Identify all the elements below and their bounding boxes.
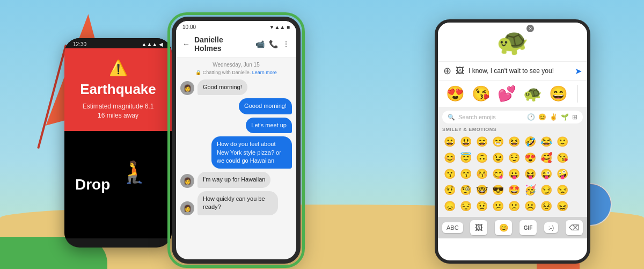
reaction-emoji-3[interactable]: 💕 bbox=[497, 85, 516, 103]
emoji-grid: 😀 😃 😄 😁 😆 🤣 😂 🙂 😊 😇 🙃 😉 😌 😍 🥰 😘 😗 😙 😚 😋 … bbox=[442, 134, 583, 214]
back-button[interactable]: ← bbox=[182, 40, 190, 48]
emoji-cell[interactable]: 😝 bbox=[523, 166, 538, 181]
earthquake-title: Earthquake bbox=[73, 81, 163, 98]
emoji-category-label: SMILEY & EMOTIONS bbox=[442, 127, 583, 132]
emoji-cell[interactable]: 🤓 bbox=[474, 183, 489, 198]
add-attachment-icon[interactable]: ⊕ bbox=[443, 65, 451, 77]
emoji-cell[interactable]: 🙁 bbox=[507, 199, 522, 214]
emoji-cell[interactable]: 😔 bbox=[458, 199, 473, 214]
emoji-cell[interactable]: 🧐 bbox=[458, 183, 473, 198]
emoji-cell[interactable]: 😖 bbox=[555, 199, 570, 214]
search-icon: 🔍 bbox=[448, 114, 455, 121]
emoji-cell[interactable]: 😌 bbox=[507, 150, 522, 165]
emoji-cell[interactable]: 😇 bbox=[458, 150, 473, 165]
emoji-cell[interactable]: 😂 bbox=[539, 134, 554, 149]
phone-earthquake: 12:30 ▲▲▲ ◀ ⚠️ Earthquake Estimated magn… bbox=[64, 38, 172, 248]
close-sticker-button[interactable]: ✕ bbox=[526, 25, 534, 32]
header-action-icons: 📹 📞 ⋮ bbox=[255, 40, 290, 48]
emoji-cell[interactable]: 😗 bbox=[442, 166, 457, 181]
emoji-cell[interactable]: 😏 bbox=[539, 183, 554, 198]
emoji-search-bar[interactable]: 🔍 Search emojis 🕐 😊 ✌ 🌱 ⊞ bbox=[442, 111, 583, 123]
message-row: Goood morning! bbox=[180, 98, 292, 114]
emoji-cell[interactable]: 🤣 bbox=[523, 134, 538, 149]
emoji-cell[interactable]: 😋 bbox=[491, 166, 506, 181]
earthquake-alert-section: ⚠️ Earthquake Estimated magnitude 6.1 16… bbox=[64, 48, 172, 131]
video-call-icon[interactable]: 📹 bbox=[255, 40, 265, 48]
message-date: Wednesday, Jun 15 bbox=[176, 57, 296, 70]
send-button[interactable]: ➤ bbox=[575, 66, 582, 76]
emoji-cell[interactable]: 😉 bbox=[491, 150, 506, 165]
emoji-cell[interactable]: 😁 bbox=[491, 134, 506, 149]
emoticon-button[interactable]: :-) bbox=[544, 222, 558, 233]
emoji-cell[interactable]: 😙 bbox=[458, 166, 473, 181]
emoji-keyboard-button[interactable]: 😊 bbox=[495, 220, 512, 235]
abc-button[interactable]: ABC bbox=[442, 222, 463, 233]
emoji-cell[interactable]: 😆 bbox=[507, 134, 522, 149]
message-input[interactable]: I know, I can't wait to see you! bbox=[469, 65, 570, 77]
sticker-area: 🐢 ✕ bbox=[438, 23, 587, 62]
emoji-cell[interactable]: 😀 bbox=[442, 134, 457, 149]
emoji-cell[interactable]: 😒 bbox=[555, 183, 570, 198]
emoji-cell[interactable]: 🥰 bbox=[539, 150, 554, 165]
messages-header: ← Danielle Holmes 📹 📞 ⋮ bbox=[176, 31, 296, 57]
emoji-cell[interactable]: 😚 bbox=[474, 166, 489, 181]
message-row: 👩 Good morning! bbox=[180, 79, 292, 95]
message-bubble: Let's meet up bbox=[246, 118, 292, 133]
emoji-cell[interactable]: ☹️ bbox=[523, 199, 538, 214]
emoji-cell[interactable]: 😞 bbox=[442, 199, 457, 214]
emoji-cell[interactable]: 😕 bbox=[491, 199, 506, 214]
phone-emoji-keyboard: 🐢 ✕ ⊕ 🖼 I know, I can't wait to see you!… bbox=[435, 19, 590, 264]
person-icon[interactable]: ✌ bbox=[550, 113, 558, 121]
message-bubble: How quickly can you be ready? bbox=[197, 191, 278, 215]
emoji-cell[interactable]: 😊 bbox=[442, 150, 457, 165]
grid-icon[interactable]: ⊞ bbox=[572, 113, 577, 121]
emoji-cell[interactable]: 😘 bbox=[555, 150, 570, 165]
alert-icon: ⚠️ bbox=[73, 59, 163, 77]
message-row: How do you feel about New York style piz… bbox=[180, 136, 292, 169]
emoji-cell[interactable]: 🤪 bbox=[555, 166, 570, 181]
emoji-filter-icons: 🕐 😊 ✌ 🌱 ⊞ bbox=[527, 113, 577, 121]
message-row: Let's meet up bbox=[180, 118, 292, 133]
reaction-emoji-4[interactable]: 🐢 bbox=[523, 85, 542, 103]
emoji-cell[interactable]: 🥳 bbox=[523, 183, 538, 198]
message-bubble: Good morning! bbox=[197, 79, 247, 95]
nature-icon[interactable]: 🌱 bbox=[561, 113, 569, 121]
phone1-signal: ▲▲▲ ◀ bbox=[142, 41, 163, 47]
avatar: 👩 bbox=[180, 174, 194, 188]
emoji-cell[interactable]: 😛 bbox=[507, 166, 522, 181]
emoji-cell[interactable]: 😟 bbox=[474, 199, 489, 214]
emoji-cell[interactable]: 😃 bbox=[458, 134, 473, 149]
chatting-notice: 🔒 Chatting with Danielle. Learn more bbox=[176, 70, 296, 79]
message-bubble: I'm way up for Hawaiian bbox=[197, 172, 270, 187]
emoji-cell[interactable]: 😎 bbox=[491, 183, 506, 198]
message-input-row: ⊕ 🖼 I know, I can't wait to see you! ➤ bbox=[438, 62, 587, 81]
phone2-time: 10:00 bbox=[182, 24, 196, 30]
emoji-cell[interactable]: 🤩 bbox=[507, 183, 522, 198]
drop-label: Drop bbox=[75, 176, 110, 193]
emoji-cell[interactable]: 🙂 bbox=[555, 134, 570, 149]
sticker-icon[interactable]: 🖼 bbox=[456, 66, 464, 76]
emoji-icon[interactable]: 😊 bbox=[538, 113, 546, 121]
emoji-cell[interactable]: 🙃 bbox=[474, 150, 489, 165]
phone-call-icon[interactable]: 📞 bbox=[269, 40, 278, 48]
keyboard-bottom-bar: ABC 🖼 😊 GIF :-) ⌫ bbox=[438, 217, 587, 238]
clock-icon[interactable]: 🕐 bbox=[527, 113, 535, 121]
sticker-keyboard-button[interactable]: 🖼 bbox=[470, 220, 487, 235]
phone2-icons: ▼▲▲ ■ bbox=[269, 24, 290, 30]
emoji-cell[interactable]: 😜 bbox=[539, 166, 554, 181]
more-options-icon[interactable]: ⋮ bbox=[282, 40, 290, 48]
message-row: 👩 I'm way up for Hawaiian bbox=[180, 172, 292, 187]
reaction-emoji-1[interactable]: 😍 bbox=[446, 85, 465, 103]
emoji-cell[interactable]: 😣 bbox=[539, 199, 554, 214]
reaction-emoji-5[interactable]: 😄 bbox=[549, 85, 568, 103]
search-placeholder: Search emojis bbox=[458, 114, 496, 120]
contact-name: Danielle Holmes bbox=[194, 35, 251, 53]
avatar: 👩 bbox=[180, 81, 194, 95]
emoji-cell[interactable]: 🤨 bbox=[442, 183, 457, 198]
turtle-sticker: 🐢 bbox=[496, 27, 529, 56]
gif-button[interactable]: GIF bbox=[519, 220, 537, 235]
reaction-emoji-2[interactable]: 😘 bbox=[472, 85, 491, 103]
backspace-button[interactable]: ⌫ bbox=[566, 220, 583, 235]
emoji-cell[interactable]: 😍 bbox=[523, 150, 538, 165]
emoji-cell[interactable]: 😄 bbox=[474, 134, 489, 149]
